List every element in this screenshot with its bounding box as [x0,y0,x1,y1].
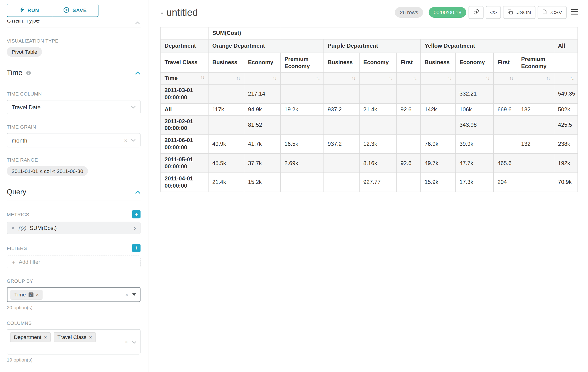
remove-tag-icon[interactable]: × [89,334,92,340]
time-grain-select[interactable]: month × [7,133,141,147]
sort-header[interactable]: ↑↓ [244,72,281,85]
pivot-row: 2011-05-01 00:00:0045.5k37.7k2.69k8.16k9… [161,154,578,173]
sort-header[interactable]: ↑↓ [324,72,359,85]
pivot-row: 2011-03-01 00:00:00217.14332.21549.35 [161,85,578,104]
visualization-type-label: VISUALIZATION TYPE [7,38,141,43]
run-button[interactable]: RUN [7,4,52,17]
remove-tag-icon[interactable]: × [36,292,39,297]
control-panel-scroll[interactable]: Chart Type VISUALIZATION TYPE Pivot Tabl… [0,19,148,363]
clear-icon[interactable]: × [125,339,128,345]
sort-icon[interactable]: ↑↓ [546,75,550,81]
columns-tag-label: Travel Class [57,334,86,340]
sort-icon[interactable]: ↑↓ [389,75,393,81]
explore-view: RUN SAVE Chart Type VISUALIZATION TYPE P… [0,0,588,372]
sort-icon[interactable]: ↑↓ [413,75,417,81]
sort-header[interactable]: ↑↓ [455,72,494,85]
remove-metric-icon[interactable]: × [11,225,14,231]
travel-class-header-row: Travel Class Business Economy Premium Ec… [161,53,578,72]
collapse-query-section-icon[interactable] [135,191,140,194]
dropdown-arrow-icon[interactable] [132,293,136,296]
pivot-value-cell [281,173,324,192]
sort-header[interactable]: ↑↓ [281,72,324,85]
pivot-value-cell [517,154,554,173]
visualization-type-value[interactable]: Pivot Table [7,47,42,57]
caret-right-icon[interactable]: › [134,224,136,232]
pivot-value-cell: 142k [421,104,455,116]
department-header-row: Department Orange Department Purple Depa… [161,39,578,53]
clear-icon[interactable]: × [124,137,127,143]
pivot-value-cell: 49.9k [208,134,244,153]
time-column-select[interactable]: Travel Date [7,100,141,114]
clear-icon[interactable]: × [125,292,128,298]
export-json-button[interactable]: .JSON [503,6,536,19]
remove-tag-icon[interactable]: × [44,334,47,340]
sort-icon[interactable]: ↑↓ [236,75,240,81]
pivot-value-cell [397,85,420,104]
columns-select[interactable]: Department × Travel Class × × [7,329,141,354]
pivot-row-header: 2011-03-01 00:00:00 [161,85,208,104]
sort-icon[interactable]: ↑↓ [509,75,513,81]
save-button[interactable]: SAVE [52,4,98,17]
sort-header[interactable]: ↑↓ [517,72,554,85]
pivot-table: SUM(Cost) Department Orange Department P… [160,27,578,192]
pivot-value-cell: 39.9k [455,134,494,153]
group-by-select[interactable]: Time i × × [7,287,141,302]
pivot-value-cell: 937.2 [324,134,359,153]
pivot-value-cell [421,85,455,104]
view-query-button[interactable]: </> [486,6,501,19]
time-column-label: TIME COLUMN [7,91,141,96]
sort-icon[interactable]: ↑↓ [352,75,355,81]
pivot-value-cell [421,115,455,134]
pivot-value-cell: 132 [517,134,554,153]
group-by-tag[interactable]: Time i × [10,290,42,299]
menu-button[interactable] [571,9,578,16]
pivot-value-cell: 502k [554,104,578,116]
pivot-value-cell [324,173,359,192]
add-filter-button[interactable]: + Add filter [7,255,141,268]
sort-header[interactable]: ↑↓ [359,72,397,85]
add-filter-label: Add filter [19,259,40,265]
sort-icon[interactable]: ↑↓ [316,75,320,81]
sort-header[interactable]: ↑↓ [421,72,455,85]
sort-header[interactable]: ↑↓ [397,72,420,85]
sort-icon[interactable]: ↑↓ [486,75,489,81]
pivot-value-cell: 425.5 [554,115,578,134]
pivot-row: 2011-06-01 00:00:0049.9k41.7k16.5k937.21… [161,134,578,153]
metric-option[interactable]: × ƒ(x) SUM(Cost) › [7,222,141,234]
sort-header[interactable]: ↑↓ [208,72,244,85]
sort-header-active[interactable]: ↑↓ [554,72,578,85]
pivot-value-cell [397,134,420,153]
sort-icon[interactable]: ↑↓ [273,75,277,81]
collapse-time-section-icon[interactable] [135,71,140,75]
pivot-value-cell: 92.6 [397,104,420,116]
add-filter-plus-button[interactable]: + [132,244,141,252]
plus-icon: + [12,259,15,265]
share-link-button[interactable] [469,6,484,19]
metrics-label-row: METRICS + [7,210,141,219]
filters-label: FILTERS [7,245,27,251]
pivot-value-cell: 465.6 [494,154,517,173]
columns-tag[interactable]: Travel Class × [54,332,96,342]
function-icon: ƒ(x) [18,225,26,231]
sort-header[interactable]: ↑↓ [494,72,517,85]
export-csv-button[interactable]: .CSV [538,6,567,19]
chart-type-title: Chart Type [7,20,40,24]
department-header: Orange Department [208,39,324,53]
chevron-up-icon[interactable] [135,20,140,25]
pivot-value-cell: 117k [208,104,244,116]
time-range-value[interactable]: 2011-01-01 ≤ col < 2011-06-30 [7,166,88,176]
pivot-row-header: 2011-04-01 00:00:00 [161,173,208,192]
chart-title: - untitled [160,7,198,18]
columns-tag[interactable]: Department × [10,332,51,342]
time-sort-header[interactable]: Time ↑↓ [161,72,208,85]
sort-desc-icon[interactable]: ↑↓ [570,75,574,81]
control-panel: RUN SAVE Chart Type VISUALIZATION TYPE P… [0,0,148,372]
chevron-down-icon[interactable] [132,339,136,345]
sort-icon[interactable]: ↑↓ [200,75,204,80]
pivot-value-cell: 106k [455,104,494,116]
pivot-value-cell: 45.5k [208,154,244,173]
pivot-value-cell: 132 [517,104,554,116]
sort-icon[interactable]: ↑↓ [448,75,452,81]
add-metric-button[interactable]: + [132,210,141,219]
pivot-value-cell [208,85,244,104]
